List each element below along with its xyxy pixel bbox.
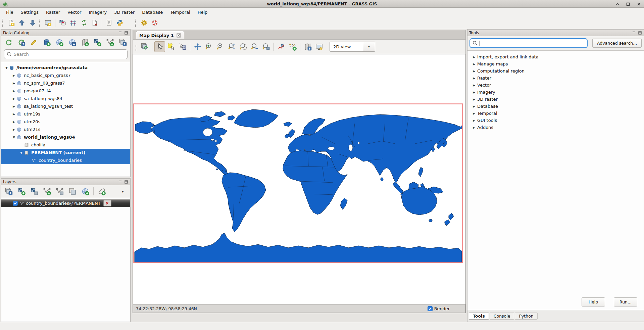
menu-item-3d-raster[interactable]: 3D raster: [110, 9, 138, 16]
expander-icon[interactable]: ▶: [472, 105, 476, 108]
expander-icon[interactable]: ▼: [11, 136, 16, 139]
expander-icon[interactable]: ▶: [11, 120, 16, 124]
menu-item-database[interactable]: Database: [138, 9, 166, 16]
pan-button[interactable]: [192, 41, 203, 52]
expander-icon[interactable]: ▶: [472, 98, 476, 101]
tree-item-sa-latlong-wgs84-test[interactable]: ▶sa_latlong_wgs84_test: [1, 102, 130, 110]
expander-icon[interactable]: ▼: [4, 66, 9, 69]
toolbar-grip[interactable]: [2, 19, 4, 27]
add-command-layer-button[interactable]: [96, 186, 107, 197]
expander-icon[interactable]: ▶: [11, 74, 16, 77]
expander-icon[interactable]: ▶: [472, 55, 476, 59]
pane-minimize-icon[interactable]: [632, 31, 636, 35]
toolbar-grip[interactable]: [136, 43, 137, 51]
pointer-button[interactable]: [154, 41, 165, 52]
zoom-region-button[interactable]: [238, 41, 249, 52]
layer-visibility-checkbox[interactable]: [13, 201, 18, 206]
script-editor-button[interactable]: [104, 18, 114, 28]
analyze-map-button[interactable]: [276, 41, 287, 52]
menu-item-settings[interactable]: Settings: [17, 9, 42, 16]
reload-tree-button[interactable]: [3, 37, 14, 48]
tree-item-permanent-current[interactable]: ▼PERMANENT (current): [1, 149, 130, 156]
raster-calculator-button[interactable]: [57, 18, 67, 28]
menu-item-file[interactable]: File: [2, 9, 17, 16]
tab-tools[interactable]: Tools: [469, 313, 489, 320]
close-map-display-icon[interactable]: [177, 33, 181, 38]
workspace-open-button[interactable]: [17, 18, 27, 28]
render-map-button[interactable]: [139, 41, 150, 52]
tools-tree-item-manage-maps[interactable]: ▶Manage maps: [467, 60, 644, 67]
add-map-elements-button[interactable]: A: [287, 41, 298, 52]
tree-item-utm19s[interactable]: ▶utm19s: [1, 110, 130, 118]
tree-item-country-boundaries[interactable]: country_boundaries: [1, 156, 130, 164]
expander-icon[interactable]: ▶: [472, 77, 476, 80]
help-button[interactable]: Help: [582, 297, 605, 307]
help-button[interactable]: [150, 18, 160, 28]
add-grassdb-button[interactable]: [41, 37, 52, 48]
create-location-button[interactable]: [54, 37, 65, 48]
pane-detach-icon[interactable]: [124, 180, 129, 184]
menu-item-help[interactable]: Help: [194, 9, 211, 16]
zoom-back-button[interactable]: [249, 41, 260, 52]
expander-icon[interactable]: ▶: [11, 97, 16, 100]
pane-minimize-icon[interactable]: [118, 180, 122, 184]
add-vector-layer-button[interactable]: [41, 186, 53, 197]
add-vector-overlays-button[interactable]: [54, 186, 65, 197]
advanced-search-button[interactable]: Advanced search...: [592, 39, 642, 48]
layer-options-dropdown-button[interactable]: ▼: [117, 186, 129, 197]
expander-icon[interactable]: ▶: [11, 105, 16, 108]
query-button[interactable]: [177, 41, 188, 52]
download-location-button[interactable]: [66, 37, 78, 48]
workspace-save-button[interactable]: [28, 18, 38, 28]
expander-icon[interactable]: ▶: [11, 112, 16, 116]
expander-icon[interactable]: ▶: [472, 69, 476, 73]
expander-icon[interactable]: ▶: [472, 62, 476, 66]
python-console-button[interactable]: [115, 18, 125, 28]
expander-icon[interactable]: ▶: [11, 82, 16, 85]
run-button[interactable]: Run...: [614, 297, 637, 307]
tools-tree-item-temporal[interactable]: ▶Temporal: [467, 110, 644, 117]
catalog-search-input[interactable]: [14, 52, 125, 57]
tree-item-home-veroandreo-grassdata[interactable]: ▼/home/veroandreo/grassdata: [1, 64, 130, 72]
view-mode-value[interactable]: 2D view: [330, 42, 363, 52]
add-group-button[interactable]: [67, 186, 78, 197]
expander-icon[interactable]: ▶: [11, 128, 16, 131]
tree-item-nc-spm-08-grass7[interactable]: ▶nc_spm_08_grass7: [1, 79, 130, 87]
expander-icon[interactable]: ▶: [472, 84, 476, 87]
expander-icon[interactable]: ▶: [472, 119, 476, 122]
add-multiple-layers-button[interactable]: [3, 186, 14, 197]
graphical-modeler-button[interactable]: [79, 18, 89, 28]
map-display-tab[interactable]: Map Display 1: [136, 31, 184, 39]
tools-search-input[interactable]: [480, 41, 585, 46]
reload-mapset-button[interactable]: [16, 37, 27, 48]
tools-tree-item-addons[interactable]: ▶Addons: [467, 124, 644, 131]
menu-item-raster[interactable]: Raster: [42, 9, 64, 16]
run-script-button[interactable]: [90, 18, 100, 28]
expander-icon[interactable]: ▶: [472, 91, 476, 94]
toolbar-grip[interactable]: [39, 19, 41, 27]
layer-remove-button[interactable]: [103, 200, 111, 206]
maximize-window-button[interactable]: [625, 1, 631, 7]
pane-minimize-icon[interactable]: [118, 31, 122, 35]
settings-button[interactable]: [139, 18, 149, 28]
create-mapset-button[interactable]: [79, 37, 91, 48]
pane-detach-icon[interactable]: [638, 31, 642, 35]
expander-icon[interactable]: ▶: [11, 89, 16, 93]
view-mode-dropdown-button[interactable]: ▼: [363, 42, 375, 52]
map-canvas[interactable]: 74:22:32.28W; 98:58:29.46N Render: [133, 54, 466, 313]
add-web-service-layer-button[interactable]: [80, 186, 91, 197]
import-vector-button[interactable]: [104, 37, 116, 48]
tree-item-world-latlong-wgs84[interactable]: ▼world_latlong_wgs84: [1, 133, 130, 141]
new-map-display-button[interactable]: [43, 18, 53, 28]
expander-icon[interactable]: ▼: [19, 151, 24, 154]
tools-tree-item-computational-region[interactable]: ▶Computational region: [467, 67, 644, 75]
save-display-button[interactable]: [302, 41, 313, 52]
toolbar-grip[interactable]: [135, 19, 137, 27]
edit-toggle-button[interactable]: [29, 37, 40, 48]
tab-python[interactable]: Python: [515, 313, 537, 320]
menu-item-imagery[interactable]: Imagery: [85, 9, 110, 16]
close-window-button[interactable]: [636, 1, 642, 7]
menu-item-temporal[interactable]: Temporal: [166, 9, 194, 16]
expander-icon[interactable]: ▶: [472, 112, 476, 115]
import-data-button[interactable]: [117, 37, 129, 48]
